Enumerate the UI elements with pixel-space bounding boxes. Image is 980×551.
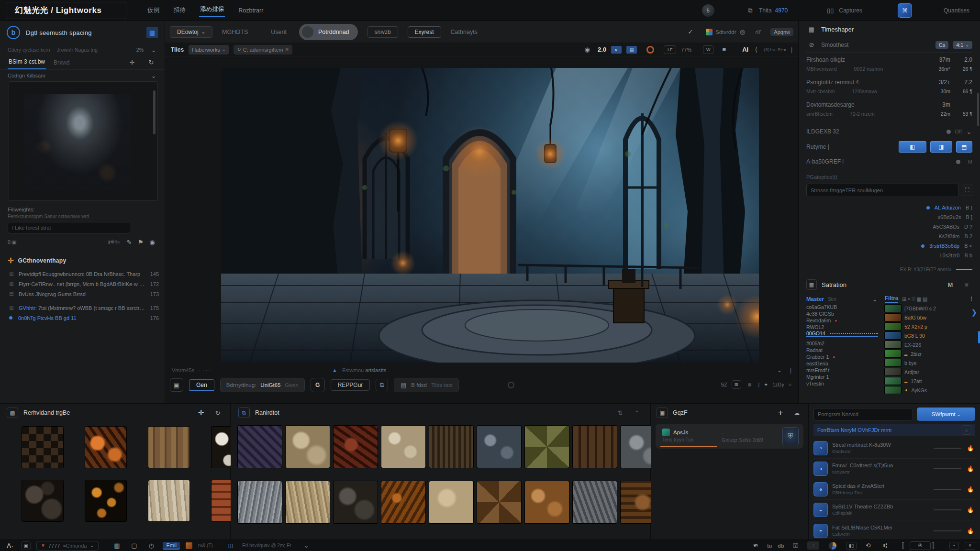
projects-search-input[interactable]: [813, 408, 913, 420]
mini-list-row[interactable]: A5C3ABDsD ?: [806, 222, 972, 231]
rendition-thumb[interactable]: [334, 481, 378, 523]
top-tool-captures[interactable]: ▯▯ Captures: [825, 5, 862, 16]
menu-icon[interactable]: ≡: [718, 44, 730, 55]
texture-thumb[interactable]: [22, 480, 63, 521]
preview-scrollbar[interactable]: [153, 90, 156, 134]
refresh-icon[interactable]: ↻: [145, 57, 157, 68]
history-row[interactable]: 0n0h7g FtcvHs BB gd 11 176: [8, 313, 159, 323]
box-icon[interactable]: ▢: [128, 540, 140, 551]
menu-item-1[interactable]: 招待: [173, 4, 187, 16]
nav-lights[interactable]: MGHDTS: [222, 29, 248, 35]
rating-button-3[interactable]: ⬒: [956, 141, 972, 153]
toggle-dot[interactable]: [947, 130, 951, 134]
refresh-textures-icon[interactable]: ↻: [212, 407, 223, 419]
texture-thumb[interactable]: [85, 480, 126, 521]
toolbar-right-label[interactable]: Sdtvrddr: [715, 29, 736, 35]
scene-tab-2[interactable]: ↻C: adunnsrgiftem✕: [234, 45, 292, 55]
scene-tab-1[interactable]: Haberworks⌄: [189, 45, 229, 55]
rendition-thumb[interactable]: [525, 481, 569, 523]
toolbar-right-pill[interactable]: Apqnw: [770, 28, 793, 36]
rendition-thumb[interactable]: [573, 426, 617, 468]
nav-import[interactable]: Userit: [271, 29, 287, 35]
rendition-thumb[interactable]: [238, 481, 282, 523]
filter-header[interactable]: Filtra: [885, 295, 898, 303]
board-icon[interactable]: ▣: [170, 378, 183, 392]
rendition-thumb[interactable]: [238, 426, 282, 468]
mini-list-row[interactable]: Ks7tBtlmB 2: [806, 231, 972, 241]
loop-icon[interactable]: ⟲: [862, 540, 874, 551]
favorite-spark-icon[interactable]: 🔥: [966, 528, 975, 534]
texture-thumb[interactable]: [22, 427, 63, 468]
sort-icon[interactable]: ⇅: [614, 407, 626, 419]
filter-row[interactable]: ▂2bizr: [885, 349, 972, 358]
key-icon[interactable]: ⚿: [790, 540, 802, 551]
mini-slider[interactable]: [956, 269, 972, 270]
dot-box-icon[interactable]: ▪: [949, 542, 959, 550]
master-chevron-icon[interactable]: ⌄: [871, 294, 878, 304]
rendition-thumb[interactable]: [286, 481, 330, 523]
db-icon[interactable]: db: [778, 543, 784, 549]
filter-row[interactable]: 52 X2n2 p: [885, 322, 972, 331]
mini-list-row[interactable]: L0s2tzr0B b: [806, 251, 972, 260]
project-item[interactable]: ◓ Fat SdL!BNlase C5KLMeiC2kAcrn 🔥: [813, 520, 975, 541]
viewport-image[interactable]: [221, 68, 759, 363]
master-row[interactable]: Revtrda6m●: [806, 317, 878, 324]
search-action-icon[interactable]: ⛶: [962, 185, 972, 196]
favorite-spark-icon[interactable]: 🔥: [966, 486, 975, 493]
gear-cloud-icon[interactable]: ☁: [791, 407, 802, 419]
chevron-icon[interactable]: ⌄: [966, 126, 972, 137]
gear-add-icon[interactable]: ✛: [775, 407, 786, 419]
rendition-thumb[interactable]: [381, 481, 425, 523]
project-item[interactable]: ◕ Sptcd das # ZrwAStcrtC5Hrtresp 7mz 🔥: [813, 479, 975, 500]
map-view-icon[interactable]: ▦: [146, 27, 158, 38]
bracket-icon[interactable]: ⑆: [880, 540, 891, 551]
add-texture-icon[interactable]: ✛: [195, 407, 207, 419]
album-section-header[interactable]: Codrgn Kilbsanr ⌄: [0, 70, 165, 81]
master-row[interactable]: Mgrinter 1: [806, 374, 878, 380]
master-row-selected[interactable]: 00GO14: [806, 331, 878, 337]
chart-icon[interactable]: ▥: [111, 540, 122, 551]
master-row[interactable]: Grabber 1●: [806, 353, 878, 360]
master-row[interactable]: 4e38 GlGSb: [806, 310, 878, 317]
render-settings-group[interactable]: Bdrrryttlnug: UniGt65 Gwsn: [220, 378, 305, 392]
shield-badge-icon[interactable]: ⛨: [782, 427, 799, 445]
play-icon[interactable]: ▲: [332, 367, 337, 373]
zoom-chip-b[interactable]: ▤: [626, 46, 637, 54]
meta-chevron-icon[interactable]: ⌄: [150, 44, 157, 55]
layers-icon[interactable]: ▮▯: [846, 542, 857, 550]
prompt-input[interactable]: [8, 222, 131, 233]
rendition-thumb[interactable]: [477, 426, 521, 468]
rendition-thumb[interactable]: [286, 426, 330, 468]
trash-icon[interactable]: ▣: [21, 541, 31, 550]
filter-alert-icon[interactable]: !: [970, 296, 972, 302]
history-row[interactable]: ▥ Ftyrr-Ce7lRnw.. net (brrgn, Mcrn b Bgd…: [8, 279, 159, 289]
mixer-m-icon[interactable]: M: [945, 279, 956, 290]
history-row[interactable]: ▤ BvUss JNogrwg Gums Brrsd 173: [8, 289, 159, 299]
add-strategy-row[interactable]: ✛ GCthnoventhapy: [8, 256, 66, 265]
regenerate-button[interactable]: G: [311, 378, 325, 392]
right-scrollbar[interactable]: [977, 93, 979, 126]
master-row[interactable]: #005/n2: [806, 340, 878, 347]
master-header[interactable]: Master: [806, 296, 824, 302]
repp-button[interactable]: REPPGur: [331, 379, 370, 391]
history-row[interactable]: ▧ Prevtdtpfl Ecuqgrwbnunncrc 0B Dra NrBh…: [8, 269, 159, 279]
chevron-left-icon[interactable]: ⟨: [753, 44, 759, 55]
expand-chevron-icon[interactable]: ⌄: [301, 540, 312, 551]
rendition-thumb[interactable]: [525, 426, 569, 468]
record-icon[interactable]: [646, 46, 654, 54]
texture-thumb[interactable]: [148, 480, 189, 521]
app-switcher-icon[interactable]: ⌘: [898, 3, 912, 18]
emit-chip[interactable]: Emil: [163, 542, 179, 550]
close-icon[interactable]: ✕: [285, 47, 289, 52]
filter-row[interactable]: ▂17att: [885, 376, 972, 386]
rendition-thumb[interactable]: [477, 481, 521, 523]
favorite-spark-icon[interactable]: 🔥: [966, 445, 975, 452]
filter-row[interactable]: Ardjtar: [885, 367, 972, 376]
master-row[interactable]: mrsErodf t: [806, 367, 878, 374]
ai-button[interactable]: AI: [742, 46, 748, 53]
frames-icon[interactable]: ◫: [225, 540, 236, 551]
stream-search-input[interactable]: [806, 184, 959, 197]
lambda-icon[interactable]: Λ·: [5, 540, 15, 551]
collapse-icon[interactable]: ⌄: [774, 364, 785, 376]
mode-segment[interactable]: Potrddnnad: [299, 24, 358, 40]
